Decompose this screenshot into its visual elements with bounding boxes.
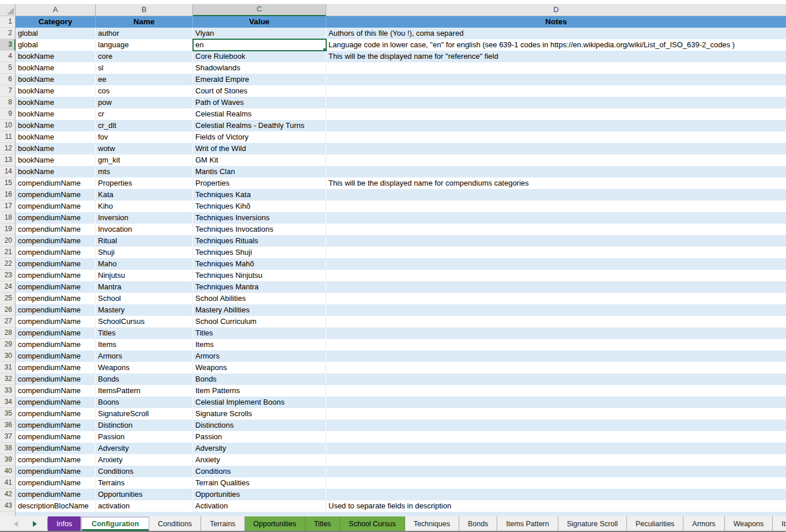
cell[interactable]: Opportunities [96, 489, 193, 500]
sheet-tab-configuration[interactable]: Configuration [81, 516, 149, 531]
cell[interactable] [326, 443, 786, 454]
cell[interactable]: Mastery Abilities [193, 304, 326, 316]
cell[interactable]: Language code in lower case, "en" for en… [326, 39, 786, 51]
cell[interactable]: Anxiety [193, 454, 326, 466]
sheet-tab-titles[interactable]: Titles [305, 516, 340, 531]
sheet-nav-right-icon[interactable] [33, 521, 37, 527]
cell[interactable]: GM Kit [193, 154, 326, 166]
row-header[interactable]: 43 [0, 500, 16, 512]
cell[interactable] [326, 350, 786, 362]
cell[interactable]: mts [96, 166, 193, 178]
cell[interactable] [326, 373, 786, 385]
cell[interactable]: compendiumName [16, 304, 96, 316]
row-header[interactable]: 16 [0, 189, 16, 201]
cell[interactable]: Techniques Mahõ [193, 258, 326, 270]
sheet-tab-armors[interactable]: Armors [683, 516, 724, 531]
cell[interactable]: Adversity [96, 443, 193, 454]
cell[interactable]: compendiumName [16, 477, 96, 489]
cell[interactable]: School Curriculum [193, 316, 326, 327]
cell[interactable]: Core Rulebook [193, 51, 326, 62]
row-header[interactable]: 25 [0, 293, 16, 304]
row-header[interactable]: 3 [0, 39, 16, 51]
cell[interactable] [326, 339, 786, 350]
sheet-tab-conditions[interactable]: Conditions [149, 516, 201, 531]
row-header[interactable]: 21 [0, 247, 16, 258]
sheet-tab-infos[interactable]: Infos [48, 516, 81, 531]
row-header[interactable]: 37 [0, 431, 16, 443]
cell[interactable] [326, 143, 786, 154]
cell[interactable]: Conditions [193, 466, 326, 477]
cell[interactable] [326, 62, 786, 74]
cell[interactable]: Activation [193, 500, 326, 512]
cell[interactable]: Maho [96, 258, 193, 270]
cell[interactable]: sl [96, 62, 193, 74]
cell[interactable]: bookName [16, 143, 96, 154]
sheet-tab-weapons[interactable]: Weapons [725, 516, 773, 531]
cell[interactable]: Celestial Realms [193, 108, 326, 120]
cell[interactable]: Mantra [96, 281, 193, 293]
cell[interactable]: bookName [16, 85, 96, 97]
cell[interactable]: Distinctions [193, 420, 326, 431]
cell[interactable]: Adversity [193, 443, 326, 454]
cell[interactable]: Techniques Invocations [193, 224, 326, 235]
row-header[interactable]: 23 [0, 270, 16, 281]
cell[interactable]: School Abilities [193, 293, 326, 304]
cell[interactable]: ItemsPattern [96, 385, 193, 397]
cell[interactable] [326, 131, 786, 143]
cell[interactable] [326, 85, 786, 97]
cell[interactable] [326, 281, 786, 293]
row-header[interactable]: 35 [0, 408, 16, 420]
cell[interactable]: Path of Waves [193, 97, 326, 108]
cell[interactable]: SchoolCursus [96, 316, 193, 327]
cell[interactable] [326, 431, 786, 443]
row-header[interactable]: 29 [0, 339, 16, 350]
cell[interactable] [326, 408, 786, 420]
cell[interactable]: Techniques Kata [193, 189, 326, 201]
cell[interactable]: Techniques Rituals [193, 235, 326, 247]
cell[interactable]: Shuji [96, 247, 193, 258]
cell[interactable]: Titles [96, 327, 193, 339]
cell[interactable]: Conditions [96, 466, 193, 477]
row-header[interactable]: 15 [0, 178, 16, 189]
cell[interactable]: core [96, 51, 193, 62]
row-header[interactable]: 4 [0, 51, 16, 62]
cell[interactable]: Mantis Clan [193, 166, 326, 178]
cell[interactable]: compendiumName [16, 293, 96, 304]
cell[interactable]: This will be the displayed name for "ref… [326, 51, 786, 62]
cell[interactable]: SignatureScroll [96, 408, 193, 420]
cell[interactable]: bookName [16, 120, 96, 131]
cell[interactable]: Inversion [96, 212, 193, 224]
table-header-category[interactable]: Category [16, 16, 96, 28]
cell[interactable]: Weapons [193, 362, 326, 373]
cell[interactable]: Celestial Realms - Deathly Turns [193, 120, 326, 131]
cell[interactable] [326, 385, 786, 397]
cell[interactable] [326, 489, 786, 500]
cell[interactable]: wotw [96, 143, 193, 154]
table-header-notes[interactable]: Notes [326, 16, 786, 28]
sheet-tab-terrains[interactable]: Terrains [201, 516, 244, 531]
row-header[interactable]: 31 [0, 362, 16, 373]
cell[interactable]: compendiumName [16, 362, 96, 373]
cell[interactable]: descriptionBlocName [16, 500, 96, 512]
cell[interactable]: Techniques Mantra [193, 281, 326, 293]
row-header[interactable]: 6 [0, 74, 16, 85]
cell[interactable] [326, 304, 786, 316]
cell[interactable]: bookName [16, 97, 96, 108]
sheet-tab-items-pattern[interactable]: Items Pattern [497, 516, 558, 531]
row-header[interactable]: 18 [0, 212, 16, 224]
cell[interactable]: This will be the displayed name for comp… [326, 178, 786, 189]
row-header[interactable]: 7 [0, 85, 16, 97]
cell[interactable]: School [96, 293, 193, 304]
cell[interactable]: Bonds [193, 373, 326, 385]
cell[interactable]: Court of Stones [193, 85, 326, 97]
cell[interactable]: Distinction [96, 420, 193, 431]
cell[interactable]: Invocation [96, 224, 193, 235]
cell[interactable]: compendiumName [16, 420, 96, 431]
row-header[interactable]: 36 [0, 420, 16, 431]
row-header[interactable]: 38 [0, 443, 16, 454]
cell[interactable]: Passion [193, 431, 326, 443]
column-header-c[interactable]: C [193, 4, 326, 16]
cell[interactable]: Emerald Empire [193, 74, 326, 85]
row-header[interactable]: 24 [0, 281, 16, 293]
cell[interactable]: Items [96, 339, 193, 350]
